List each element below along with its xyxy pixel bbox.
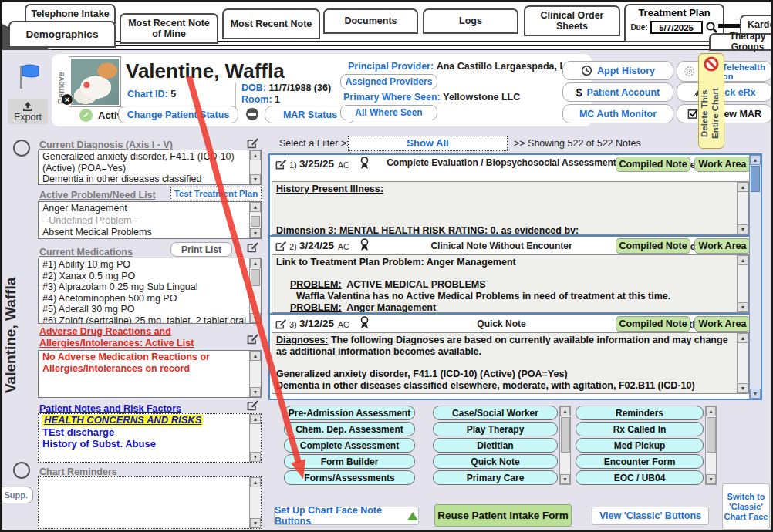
switch-to-classic-chart-face-button[interactable]: Switch to 'Classic' Chart Face — [722, 483, 770, 530]
scrollbar[interactable] — [249, 202, 261, 238]
compiled-note-button[interactable]: Compiled Note — [616, 238, 690, 254]
problem-item[interactable]: Anger Management — [42, 203, 247, 215]
scroll-up-icon[interactable] — [250, 477, 261, 487]
minus-circle-icon[interactable] — [246, 108, 258, 120]
notes-scrollbar[interactable] — [749, 155, 761, 399]
note-body[interactable]: History Present Illness: Dimension 3: ME… — [272, 181, 749, 235]
work-area-button[interactable]: Work Area — [694, 157, 751, 172]
show-all-filter-button[interactable]: Show All — [348, 136, 508, 151]
risk-item[interactable]: History of Subst. Abuse — [42, 438, 247, 450]
work-area-button[interactable]: Work Area — [694, 316, 751, 332]
scrollbar[interactable] — [249, 477, 261, 528]
scroll-up-icon[interactable] — [706, 406, 716, 416]
medication-item[interactable]: #5) Aderall 30 mg PO — [42, 304, 247, 315]
compose-icon[interactable] — [275, 318, 287, 330]
adverse-listbox[interactable]: No Adverse Medication Reactions or Aller… — [38, 350, 262, 398]
quick-button-primary-care[interactable]: Primary Care — [433, 470, 558, 485]
scroll-up-icon[interactable] — [250, 258, 261, 268]
scroll-up-icon[interactable] — [738, 182, 748, 192]
scroll-up-icon[interactable] — [250, 351, 261, 361]
quick-buttons-scrollbar[interactable] — [705, 406, 717, 485]
quick-button-med-pickup[interactable]: Med Pickup — [576, 438, 704, 453]
scroll-down-icon[interactable] — [250, 387, 261, 397]
diagnosis-item[interactable]: Dementia in other diseases classified — [42, 173, 247, 185]
tab-logs[interactable]: Logs — [423, 8, 518, 34]
all-where-seen-button[interactable]: All Where Seen — [340, 105, 437, 120]
note-body[interactable]: Link to Treatment Plan Problem: Anger Ma… — [272, 254, 749, 313]
quick-button-form-builder[interactable]: Form Builder — [284, 454, 415, 469]
setup-chart-face-note-buttons-button[interactable]: Set Up Chart Face Note Buttons — [274, 507, 419, 525]
assigned-providers-button[interactable]: Assigned Providers — [340, 74, 437, 89]
reuse-patient-intake-form-button[interactable]: Reuse Patient Intake Form — [434, 504, 572, 527]
problem-listbox[interactable]: Anger Management --Undefined Problem-- A… — [38, 201, 262, 239]
export-button[interactable]: Export — [8, 99, 48, 124]
scrollbar[interactable] — [737, 255, 748, 312]
scroll-thumb[interactable] — [251, 269, 260, 286]
quick-buttons-scrollbar[interactable] — [559, 406, 571, 485]
diagnosis-radio[interactable] — [13, 140, 30, 157]
quick-button-play-therapy[interactable]: Play Therapy — [433, 422, 558, 436]
start-telehealth-button[interactable]: Start Telehealth Session — [677, 61, 772, 82]
adverse-item[interactable]: No Adverse Medication Reactions or Aller… — [42, 352, 247, 374]
mc-auth-monitor-button[interactable]: MC Auth Monitor — [562, 104, 673, 123]
quick-button-case-social-worker[interactable]: Case/Social Worker — [433, 406, 558, 420]
quick-button-reminders[interactable]: Reminders — [576, 406, 704, 420]
work-area-button[interactable]: Work Area — [694, 238, 751, 254]
scroll-down-icon[interactable] — [250, 174, 261, 184]
review-mar-button[interactable]: Review MAR — [677, 104, 772, 123]
quick-button-rx-called-in[interactable]: Rx Called In — [576, 422, 704, 436]
scroll-up-icon[interactable] — [560, 406, 570, 416]
note-row-header[interactable]: 3) 3/12/25 AC Quick Note Ana Castillo Co… — [270, 313, 749, 332]
scroll-thumb[interactable] — [561, 417, 570, 453]
risk-item[interactable]: TEst discharge — [42, 426, 247, 439]
compose-icon[interactable] — [246, 399, 259, 412]
scroll-down-icon[interactable] — [706, 474, 716, 484]
tab-most-recent-note[interactable]: Most Recent Note — [222, 8, 320, 39]
tab-demographics[interactable]: Demographics — [8, 21, 116, 48]
scrollbar[interactable] — [249, 414, 261, 462]
scrollbar[interactable] — [737, 182, 748, 234]
tab-clinical-order-sheets[interactable]: Clinical Order Sheets — [524, 5, 620, 36]
risk-factors-listbox[interactable]: HEALTH CONCERNS AND RISKS TEst discharge… — [38, 413, 262, 463]
scroll-down-icon[interactable] — [738, 383, 748, 393]
scrollbar[interactable] — [737, 333, 748, 393]
quick-button-complete-assessment[interactable]: Complete Assessment — [284, 438, 415, 453]
quick-button-pre-admission-assessment[interactable]: Pre-Admission Assessment — [284, 406, 415, 420]
compose-icon[interactable] — [246, 241, 259, 254]
scroll-down-icon[interactable] — [738, 302, 748, 312]
scroll-up-icon[interactable] — [738, 255, 748, 265]
medication-item[interactable]: #3) Alprazolam 0.25 mg Sub Lingual — [42, 281, 247, 293]
medication-item[interactable]: #6) Zoloft (sertraline) 25 mg, tablet, 2… — [42, 315, 247, 325]
problem-item[interactable]: --Undefined Problem-- — [42, 215, 247, 227]
appt-history-button[interactable]: Appt History — [562, 61, 673, 80]
scroll-up-icon[interactable] — [750, 155, 761, 165]
scroll-down-icon[interactable] — [250, 452, 261, 462]
compiled-note-button[interactable]: Compiled Note — [616, 316, 690, 332]
note-row-header[interactable]: 1) 3/25/25 AC Complete Evaluation / Biop… — [270, 155, 749, 181]
scroll-down-icon[interactable] — [750, 389, 761, 399]
scroll-down-icon[interactable] — [560, 474, 570, 484]
quick-button-forms-assessments[interactable]: Forms/Assessments — [284, 470, 415, 485]
scroll-up-icon[interactable] — [250, 202, 261, 212]
tab-therapy-groups[interactable]: Therapy Groups — [709, 33, 773, 51]
print-list-button[interactable]: Print List — [170, 242, 232, 257]
problem-item[interactable]: Absent Medical Problems — [42, 227, 247, 239]
patient-photo[interactable] — [69, 56, 121, 107]
view-classic-buttons-button[interactable]: View 'Classic' Buttons — [592, 507, 709, 525]
note-row-header[interactable]: 2) 3/24/25 AC Clinical Note Without Enco… — [270, 235, 749, 254]
scroll-thumb[interactable] — [751, 166, 760, 192]
quick-button-eoc-ub04[interactable]: EOC / UB04 — [576, 470, 704, 485]
medication-item[interactable]: #1) Abilify 10 mg PO — [42, 259, 247, 271]
tab-most-recent-note-of-mine[interactable]: Most Recent Note of Mine — [120, 13, 218, 44]
scroll-up-icon[interactable] — [738, 333, 748, 343]
patient-account-button[interactable]: $ Patient Account — [562, 82, 673, 102]
compose-icon[interactable] — [246, 136, 259, 150]
treatment-plan-due-input[interactable] — [650, 21, 703, 34]
medication-item[interactable]: #4) Acetominophen 500 mg PO — [42, 293, 247, 305]
compiled-note-button[interactable]: Compiled Note — [616, 157, 690, 172]
diagnosis-item[interactable]: Generalized anxiety disorder, F41.1 (ICD… — [42, 151, 247, 173]
change-patient-status-button[interactable]: Change Patient Status — [118, 106, 238, 123]
compose-icon[interactable] — [275, 158, 287, 170]
diagnosis-listbox[interactable]: Generalized anxiety disorder, F41.1 (ICD… — [38, 150, 262, 185]
scroll-down-icon[interactable] — [250, 313, 261, 323]
